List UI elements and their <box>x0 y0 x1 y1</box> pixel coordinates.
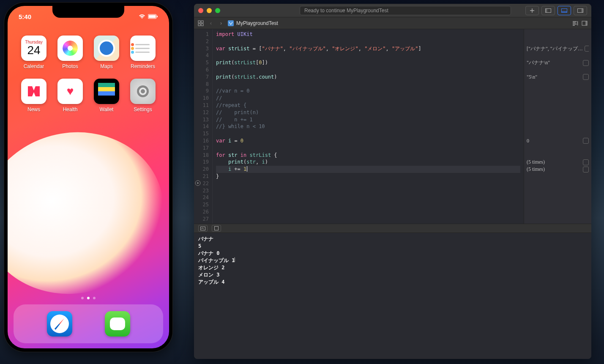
result-row[interactable] <box>527 216 589 223</box>
line-number[interactable]: 1 <box>196 31 209 38</box>
console-output[interactable]: バナナ5バナナ 0パイナップル 1オレンジ 2メロン 3アップル 4Ⅰ <box>194 233 591 359</box>
app-messages[interactable] <box>105 311 130 337</box>
code-line[interactable] <box>216 208 520 216</box>
line-number[interactable]: 22 <box>196 180 209 187</box>
result-row[interactable] <box>527 173 589 180</box>
result-row[interactable] <box>527 52 589 59</box>
line-number[interactable]: 26 <box>196 208 209 216</box>
minimap-toggle-icon[interactable] <box>572 20 579 27</box>
code-line[interactable] <box>216 194 520 201</box>
line-number[interactable]: 24 <box>196 194 209 201</box>
line-number[interactable]: 21 <box>196 173 209 180</box>
line-number[interactable]: 25 <box>196 201 209 208</box>
result-row[interactable] <box>527 88 589 95</box>
app-photos[interactable]: Photos <box>54 36 86 69</box>
nav-forward-icon[interactable]: › <box>218 20 224 27</box>
quicklook-icon[interactable] <box>583 138 589 144</box>
titlebar[interactable]: Ready to continue MyPlaygroundTest <box>194 4 591 17</box>
result-row[interactable] <box>527 187 589 194</box>
code-line[interactable]: //} while n < 10 <box>216 123 520 130</box>
app-calendar[interactable]: Thursday 24 Calendar <box>18 36 50 69</box>
jump-bar[interactable]: ‹ › MyPlaygroundTest <box>194 17 591 29</box>
toggle-debug-button[interactable] <box>558 6 571 15</box>
add-tab-button[interactable] <box>525 6 539 15</box>
code-line[interactable] <box>216 180 520 187</box>
result-row[interactable]: 0 <box>527 137 589 145</box>
code-line[interactable]: // <box>216 95 520 102</box>
related-items-icon[interactable] <box>197 20 204 27</box>
line-number-gutter[interactable]: 1234567891011121314151617181920212223242… <box>194 29 213 224</box>
code-line[interactable]: import UIKit <box>216 31 520 38</box>
result-row[interactable] <box>527 130 589 137</box>
result-row[interactable]: (5 times) <box>527 166 589 173</box>
code-line[interactable]: // n += 1 <box>216 116 520 123</box>
jump-bar-file[interactable]: MyPlaygroundTest <box>228 20 278 26</box>
result-row[interactable] <box>527 38 589 45</box>
line-number[interactable]: 27 <box>196 216 209 223</box>
code-line[interactable] <box>216 38 520 45</box>
quicklook-icon[interactable] <box>583 74 589 80</box>
app-health[interactable]: ♥ Health <box>54 79 86 112</box>
result-row[interactable] <box>527 31 589 38</box>
minimize-button[interactable] <box>207 8 212 13</box>
result-row[interactable] <box>527 81 589 88</box>
line-number[interactable]: 20 <box>196 166 209 173</box>
code-line[interactable] <box>216 145 520 152</box>
line-number[interactable]: 7 <box>196 74 209 81</box>
result-row[interactable]: (5 times) <box>527 159 589 166</box>
line-number[interactable]: 4 <box>196 52 209 59</box>
line-number[interactable]: 10 <box>196 95 209 102</box>
code-line[interactable]: for str in strList { <box>216 152 520 159</box>
result-row[interactable] <box>527 102 589 109</box>
app-reminders[interactable]: Reminders <box>127 36 159 69</box>
code-line[interactable]: print(strList.count) <box>216 74 520 81</box>
line-number[interactable]: 13 <box>196 116 209 123</box>
result-row[interactable] <box>527 109 589 116</box>
code-line[interactable] <box>216 187 520 194</box>
result-row[interactable] <box>527 194 589 201</box>
editor-options-icon[interactable] <box>581 20 588 27</box>
line-number[interactable]: 14 <box>196 123 209 130</box>
code-line[interactable]: // print(n) <box>216 109 520 116</box>
app-settings[interactable]: Settings <box>127 79 159 112</box>
result-row[interactable] <box>527 145 589 152</box>
toggle-navigator-button[interactable] <box>541 6 555 15</box>
code-editor[interactable]: 1234567891011121314151617181920212223242… <box>194 29 591 224</box>
result-row[interactable] <box>527 66 589 74</box>
app-safari[interactable] <box>47 311 72 337</box>
line-number[interactable]: 5 <box>196 59 209 66</box>
line-number[interactable]: 18 <box>196 152 209 159</box>
console-variables-toggle[interactable] <box>212 225 221 232</box>
app-news[interactable]: News <box>18 79 50 112</box>
line-number[interactable]: 23 <box>196 187 209 194</box>
activity-status[interactable]: Ready to continue MyPlaygroundTest <box>300 6 511 15</box>
result-row[interactable]: "バナナ\n" <box>527 59 589 66</box>
line-number[interactable]: 9 <box>196 88 209 95</box>
line-number[interactable]: 6 <box>196 66 209 74</box>
code-line[interactable] <box>216 52 520 59</box>
result-row[interactable] <box>527 208 589 216</box>
code-line[interactable]: var strList = ["バナナ", "パイナップル", "オレンジ", … <box>216 45 520 52</box>
result-row[interactable] <box>527 95 589 102</box>
result-row[interactable] <box>527 152 589 159</box>
code-line[interactable] <box>216 201 520 208</box>
simulator-screen[interactable]: 5:40 Thursday 24 Calendar Photos <box>8 6 169 348</box>
console-output-toggle[interactable] <box>198 225 208 232</box>
quicklook-icon[interactable] <box>583 60 589 66</box>
line-number[interactable]: 8 <box>196 81 209 88</box>
code-line[interactable] <box>216 81 520 88</box>
quicklook-icon[interactable] <box>585 46 589 52</box>
code-content[interactable]: import UIKit var strList = ["バナナ", "パイナッ… <box>213 29 524 224</box>
app-maps[interactable]: Maps <box>90 36 123 69</box>
line-number[interactable]: 12 <box>196 109 209 116</box>
close-button[interactable] <box>198 8 203 13</box>
app-wallet[interactable]: Wallet <box>90 79 123 112</box>
line-number[interactable]: 11 <box>196 102 209 109</box>
result-row[interactable] <box>527 123 589 130</box>
line-number[interactable]: 3 <box>196 45 209 52</box>
code-line[interactable]: } <box>216 173 520 180</box>
line-number[interactable]: 16 <box>196 137 209 145</box>
maximize-button[interactable] <box>215 8 220 13</box>
code-line[interactable] <box>216 66 520 74</box>
result-row[interactable] <box>527 116 589 123</box>
